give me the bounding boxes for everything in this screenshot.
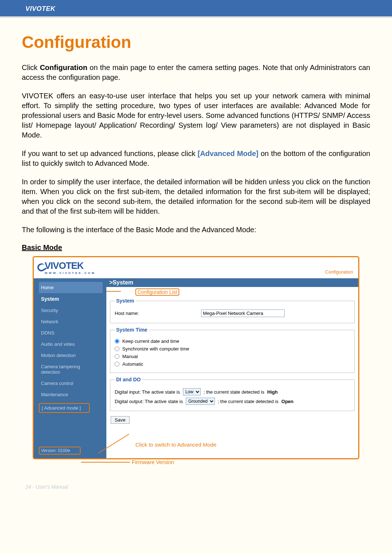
radio-keep-label: Keep current date and time <box>122 338 179 344</box>
screenshot-header: VIVOTEK WWW.VIVOTEK.COM Configuration <box>34 257 358 276</box>
system-time-legend: System Time <box>115 327 149 333</box>
digital-output-select[interactable]: Grounded <box>186 398 215 405</box>
intro-paragraph-1: Click Configuration on the main page to … <box>22 63 370 82</box>
sidebar-item-audio-and-video[interactable]: Audio and video <box>39 338 103 350</box>
radio-manual-label: Manual <box>122 354 138 359</box>
sidebar-item-security[interactable]: Security <box>39 305 103 316</box>
page-header-banner: VIVOTEK <box>0 0 392 18</box>
basic-mode-screenshot: VIVOTEK WWW.VIVOTEK.COM Configuration Ho… <box>33 256 359 459</box>
configuration-link[interactable]: Configuration <box>325 269 355 275</box>
text: Click <box>22 63 40 71</box>
sidebar-item-maintenance[interactable]: Maintenance <box>39 389 103 400</box>
system-fieldset: System Host name: <box>110 298 355 323</box>
sidebar-item-camera-tampering-detection[interactable]: Camera tampering detection <box>39 361 103 378</box>
firmware-version-callout: Firmware Version <box>132 459 174 465</box>
configuration-word: Configuration <box>40 63 87 71</box>
di-label-a: Digital input: The active state is <box>115 389 180 395</box>
sidebar-item-camera-control[interactable]: Camera control <box>39 378 103 389</box>
breadcrumb: >System <box>106 278 358 287</box>
content-pane: >System Configuration List System Host n… <box>106 278 358 458</box>
save-button[interactable]: Save <box>111 416 130 424</box>
sidebar: HomeSystemSecurityNetworkDDNSAudio and v… <box>34 278 106 458</box>
radio-automatic[interactable] <box>115 362 119 366</box>
vivotek-logo: VIVOTEK WWW.VIVOTEK.COM <box>37 260 95 275</box>
intro-paragraph-5: The following is the interface of the Ba… <box>22 225 370 235</box>
sidebar-item-home[interactable]: Home <box>39 282 103 293</box>
firmware-version-label: Version: 0100e <box>39 447 81 455</box>
sidebar-item-system[interactable]: System <box>39 293 103 305</box>
advanced-mode-callout: Click to switch to Advanced Mode <box>135 442 216 448</box>
hostname-input[interactable] <box>201 309 285 317</box>
logo-url: WWW.VIVOTEK.COM <box>45 271 95 275</box>
page-footer: 24 - User's Manual <box>0 477 392 490</box>
intro-paragraph-4: In order to simplify the user interface,… <box>22 177 370 216</box>
radio-sync-computer[interactable] <box>115 346 119 351</box>
text: If you want to set up advanced functions… <box>22 149 197 157</box>
do-label-b: ; the current state detected is <box>218 399 279 404</box>
sidebar-item-motion-detection[interactable]: Motion detection <box>39 350 103 361</box>
logo-text: VIVOTEK <box>45 260 83 271</box>
do-label-a: Digital output: The active state is <box>115 399 183 404</box>
digital-input-select[interactable]: Low <box>183 388 201 395</box>
callout-line-icon <box>81 462 130 463</box>
system-time-fieldset: System Time Keep current date and time S… <box>110 327 355 373</box>
radio-automatic-label: Automatic <box>122 361 143 367</box>
radio-manual[interactable] <box>115 354 119 359</box>
do-state: Open <box>281 399 293 404</box>
intro-paragraph-2: VIVOTEK offers an easy-to-use user inter… <box>22 91 370 140</box>
radio-keep-current[interactable] <box>115 339 119 344</box>
advanced-mode-button[interactable]: [ Advanced mode ] <box>39 403 90 413</box>
advanced-mode-link-text: [Advanced Mode] <box>197 149 258 157</box>
page-title: Configuration <box>22 32 370 52</box>
configuration-list-callout: Configuration List <box>135 288 179 296</box>
di-state: High <box>267 389 278 395</box>
intro-paragraph-3: If you want to set up advanced functions… <box>22 149 370 168</box>
hostname-label: Host name: <box>115 311 198 316</box>
sidebar-item-network[interactable]: Network <box>39 316 103 327</box>
di-do-fieldset: DI and DO Digital input: The active stat… <box>110 377 355 411</box>
di-label-b: ; the current state detected is <box>204 389 265 395</box>
di-do-legend: DI and DO <box>115 377 142 382</box>
radio-sync-label: Synchronize with computer time <box>122 346 189 352</box>
sidebar-item-ddns[interactable]: DDNS <box>39 327 103 338</box>
page-body: Configuration Click Configuration on the… <box>0 18 392 477</box>
system-legend: System <box>115 298 136 304</box>
basic-mode-heading: Basic Mode <box>22 243 370 252</box>
